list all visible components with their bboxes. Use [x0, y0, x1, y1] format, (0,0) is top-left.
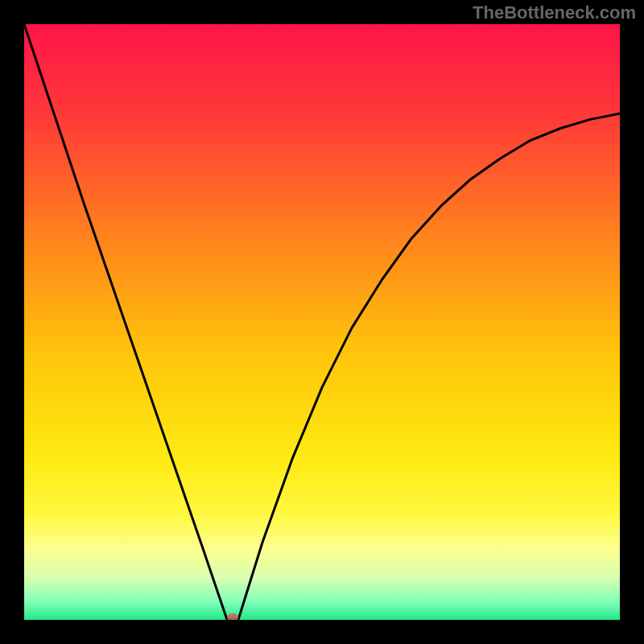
chart-container: TheBottleneck.com — [0, 0, 644, 644]
chart-svg — [24, 24, 620, 620]
gradient-background — [24, 24, 620, 620]
watermark-text: TheBottleneck.com — [473, 2, 636, 23]
plot-area — [24, 24, 620, 620]
